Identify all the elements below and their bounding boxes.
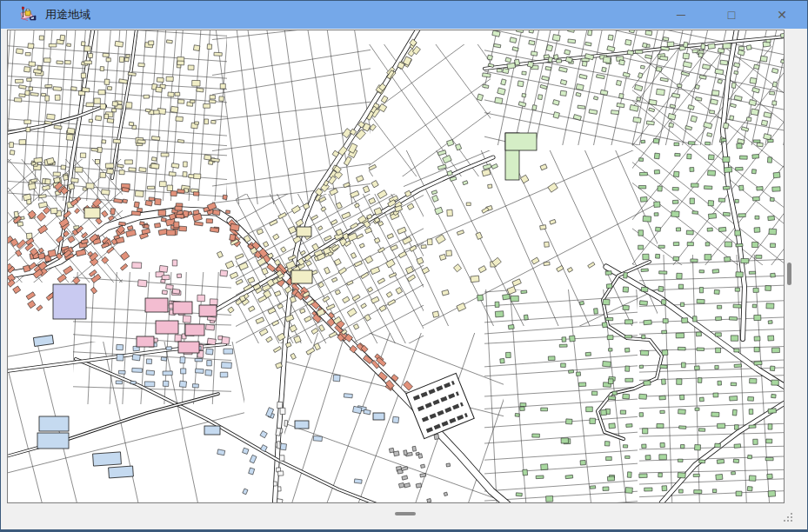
close-icon: ✕ bbox=[777, 9, 787, 21]
minimize-button[interactable]: ─ bbox=[656, 1, 706, 29]
map-svg bbox=[8, 30, 784, 502]
v-scrollbar-thumb[interactable] bbox=[787, 263, 791, 285]
window-controls: ─ □ ✕ bbox=[656, 1, 807, 29]
h-scrollbar-thumb[interactable] bbox=[395, 512, 416, 515]
close-button[interactable]: ✕ bbox=[757, 1, 807, 29]
map-canvas[interactable] bbox=[7, 30, 785, 503]
minimize-icon: ─ bbox=[677, 9, 685, 21]
window-title: 用途地域 bbox=[45, 7, 90, 23]
app-window: 用途地域 ─ □ ✕ bbox=[0, 0, 808, 532]
survey-map-app-icon bbox=[19, 6, 37, 23]
maximize-button[interactable]: □ bbox=[706, 1, 757, 29]
resize-grip-icon[interactable] bbox=[784, 513, 794, 523]
maximize-icon: □ bbox=[728, 9, 735, 21]
